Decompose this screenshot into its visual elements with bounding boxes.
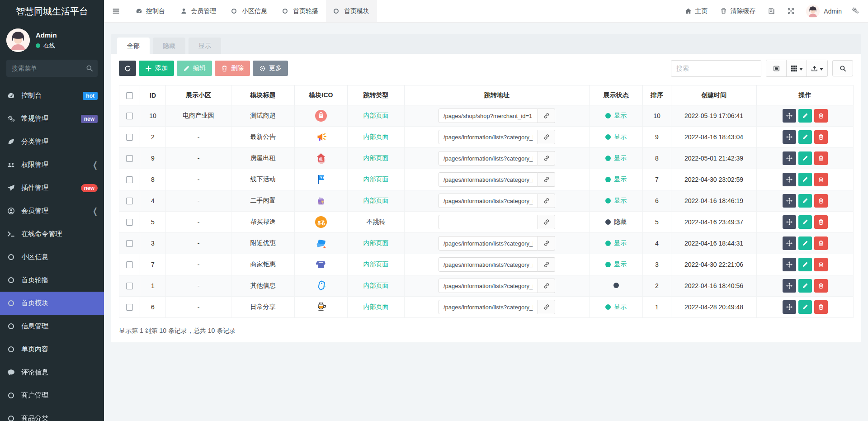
navbar-username[interactable]: Admin xyxy=(824,8,849,15)
jump-url-input[interactable] xyxy=(439,130,538,144)
status-badge[interactable]: 显示 xyxy=(605,239,627,247)
export-button[interactable] xyxy=(807,60,827,76)
row-checkbox[interactable] xyxy=(126,304,133,311)
row-checkbox[interactable] xyxy=(126,261,133,268)
fullscreen-button[interactable] xyxy=(781,0,801,22)
status-badge[interactable]: 显示 xyxy=(605,133,627,141)
drag-row-button[interactable] xyxy=(783,194,796,208)
edit-row-button[interactable] xyxy=(798,130,812,144)
drag-row-button[interactable] xyxy=(783,130,796,144)
home-link[interactable]: 主页 xyxy=(679,0,714,22)
sidebar-item-会员管理[interactable]: 会员管理 ❮ xyxy=(0,199,104,222)
link-button[interactable] xyxy=(538,215,555,229)
edit-row-button[interactable] xyxy=(798,173,812,186)
top-tab-小区信息[interactable]: 小区信息 xyxy=(224,0,275,22)
jump-url-input[interactable] xyxy=(439,279,538,293)
row-checkbox[interactable] xyxy=(126,240,133,247)
jump-url-input[interactable] xyxy=(439,257,538,272)
jump-url-input[interactable] xyxy=(439,236,538,251)
edit-row-button[interactable] xyxy=(798,215,812,229)
status-badge[interactable]: 显示 xyxy=(605,154,627,162)
delete-row-button[interactable] xyxy=(814,109,828,123)
edit-button[interactable]: 编辑 xyxy=(177,61,212,76)
drag-row-button[interactable] xyxy=(783,300,796,314)
sidebar-search-input[interactable] xyxy=(6,60,98,77)
delete-row-button[interactable] xyxy=(814,151,828,165)
sidebar-item-在线命令管理[interactable]: 在线命令管理 xyxy=(0,222,104,246)
top-tab-会员管理[interactable]: 会员管理 xyxy=(173,0,224,22)
sidebar-item-控制台[interactable]: 控制台 hot xyxy=(0,84,104,107)
row-checkbox[interactable] xyxy=(126,198,133,204)
jump-url-input[interactable] xyxy=(439,215,538,229)
add-button[interactable]: 添加 xyxy=(139,61,174,76)
sidebar-item-首页轮播[interactable]: 首页轮播 xyxy=(0,269,104,292)
refresh-button[interactable] xyxy=(119,61,136,76)
delete-row-button[interactable] xyxy=(814,279,828,293)
columns-button[interactable] xyxy=(787,60,807,76)
row-checkbox[interactable] xyxy=(126,134,133,141)
edit-row-button[interactable] xyxy=(798,109,812,123)
sidebar-item-插件管理[interactable]: 插件管理 new xyxy=(0,176,104,199)
language-button[interactable] xyxy=(762,0,781,22)
edit-row-button[interactable] xyxy=(798,300,812,314)
link-button[interactable] xyxy=(538,172,555,187)
sidebar-item-首页模块[interactable]: 首页模块 xyxy=(0,292,104,315)
filter-tab-全部[interactable]: 全部 xyxy=(117,38,150,54)
edit-row-button[interactable] xyxy=(798,151,812,165)
sidebar-item-商品分类[interactable]: 商品分类 xyxy=(0,407,104,421)
link-button[interactable] xyxy=(538,194,555,208)
drag-row-button[interactable] xyxy=(783,237,796,250)
status-badge[interactable]: 显示 xyxy=(605,260,627,269)
filter-tab-隐藏[interactable]: 隐藏 xyxy=(153,38,185,54)
jump-url-input[interactable] xyxy=(439,151,538,166)
row-checkbox[interactable] xyxy=(126,155,133,162)
top-tab-首页模块[interactable]: 首页模块 xyxy=(326,0,377,22)
row-checkbox[interactable] xyxy=(126,113,133,119)
link-button[interactable] xyxy=(538,151,555,166)
link-button[interactable] xyxy=(538,300,555,314)
delete-row-button[interactable] xyxy=(814,258,828,271)
top-tab-首页轮播[interactable]: 首页轮播 xyxy=(275,0,326,22)
sidebar-item-分类管理[interactable]: 分类管理 xyxy=(0,130,104,153)
delete-row-button[interactable] xyxy=(814,173,828,186)
status-badge[interactable]: 显示 xyxy=(605,175,627,184)
jump-url-input[interactable] xyxy=(439,300,538,314)
status-badge[interactable]: 显示 xyxy=(605,303,627,311)
delete-row-button[interactable] xyxy=(814,194,828,208)
edit-row-button[interactable] xyxy=(798,279,812,293)
status-badge[interactable]: 显示 xyxy=(605,112,627,120)
status-badge[interactable] xyxy=(613,283,619,288)
sidebar-item-常规管理[interactable]: 常规管理 new xyxy=(0,107,104,130)
link-button[interactable] xyxy=(538,279,555,293)
status-badge[interactable]: 隐藏 xyxy=(605,218,627,226)
search-submit-button[interactable] xyxy=(832,60,853,76)
table-search-input[interactable] xyxy=(671,60,761,77)
sidebar-item-权限管理[interactable]: 权限管理 ❮ xyxy=(0,153,104,176)
sidebar-item-小区信息[interactable]: 小区信息 xyxy=(0,246,104,269)
row-checkbox[interactable] xyxy=(126,176,133,183)
sidebar-item-商户管理[interactable]: 商户管理 xyxy=(0,384,104,407)
link-button[interactable] xyxy=(538,257,555,272)
drag-row-button[interactable] xyxy=(783,173,796,186)
settings-gears-icon[interactable] xyxy=(849,7,862,15)
drag-row-button[interactable] xyxy=(783,279,796,293)
row-checkbox[interactable] xyxy=(126,219,133,226)
status-badge[interactable]: 显示 xyxy=(605,197,627,205)
link-button[interactable] xyxy=(538,109,555,123)
delete-button[interactable]: 删除 xyxy=(215,61,250,76)
drag-row-button[interactable] xyxy=(783,151,796,165)
link-button[interactable] xyxy=(538,130,555,144)
delete-row-button[interactable] xyxy=(814,300,828,314)
jump-url-input[interactable] xyxy=(439,109,538,123)
edit-row-button[interactable] xyxy=(798,194,812,208)
drag-row-button[interactable] xyxy=(783,109,796,123)
select-all-checkbox[interactable] xyxy=(126,92,133,99)
drag-row-button[interactable] xyxy=(783,258,796,271)
navbar-avatar[interactable] xyxy=(806,5,820,18)
row-checkbox[interactable] xyxy=(126,283,133,289)
delete-row-button[interactable] xyxy=(814,237,828,250)
hamburger-icon[interactable] xyxy=(104,0,128,22)
delete-row-button[interactable] xyxy=(814,215,828,229)
edit-row-button[interactable] xyxy=(798,237,812,250)
sidebar-item-评论信息[interactable]: 评论信息 xyxy=(0,361,104,384)
